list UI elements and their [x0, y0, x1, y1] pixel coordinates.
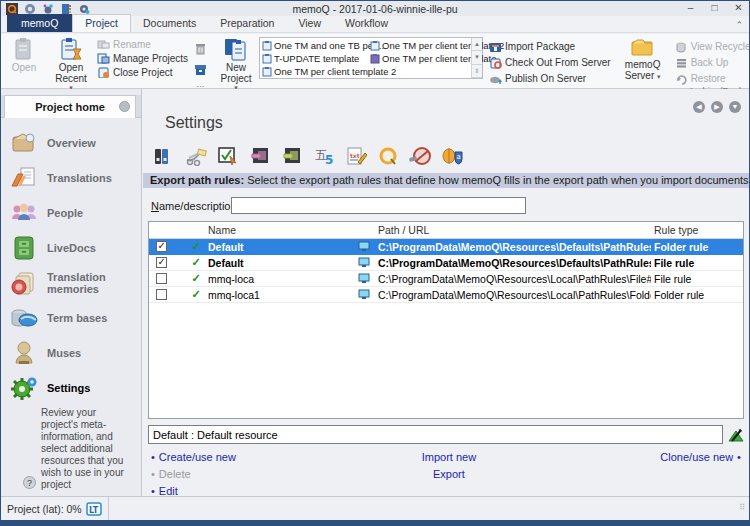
font-substitution-icon[interactable]: a: [439, 145, 464, 167]
memoq-window: memoQ - 2017-01-06-winnie-ille-pu – □ ✕ …: [0, 0, 750, 526]
svg-text:LT: LT: [89, 506, 99, 515]
close-project-button[interactable]: Close Project: [97, 66, 188, 79]
delete-link[interactable]: •Delete: [151, 468, 352, 480]
tab-project[interactable]: Project: [72, 14, 131, 32]
open-button[interactable]: Open: [3, 35, 45, 73]
check-out-from-server-button[interactable]: Check Out From Server: [489, 56, 611, 69]
general-settings-icon[interactable]: [151, 145, 176, 167]
column-header-name[interactable]: Name: [205, 222, 353, 238]
sidebar-item-translations[interactable]: Translations: [1, 160, 141, 195]
group-manage-project: Open Open Recent ▾ Rename Manage Project…: [1, 34, 190, 88]
memoq-server-button[interactable]: memoQServer ▾: [617, 35, 669, 82]
ignore-lists-icon[interactable]: [407, 145, 432, 167]
valid-check-icon: ✓: [187, 271, 205, 286]
column-header-path[interactable]: Path / URL: [375, 222, 651, 238]
template-item[interactable]: T-UPDATE template: [262, 52, 370, 65]
page-title: Settings: [165, 114, 223, 132]
template-item[interactable]: One TM per client template 2: [262, 65, 370, 78]
people-icon: [9, 199, 39, 227]
sidebar-item-overview[interactable]: Overview: [1, 125, 141, 160]
maximize-button[interactable]: □: [706, 2, 723, 14]
table-row[interactable]: ✓ mmq-loca1 C:\ProgramData\MemoQ\Resourc…: [149, 287, 743, 303]
clone-use-new-link[interactable]: Clone/use new•: [660, 451, 741, 463]
close-tab-icon[interactable]: [119, 101, 130, 112]
local-resource-icon: [353, 239, 375, 254]
template-item[interactable]: One TM and one TB per ...: [262, 39, 370, 52]
auto-translation-rules-icon[interactable]: 五5: [311, 145, 336, 167]
language-terminal-icon[interactable]: LT: [86, 500, 102, 518]
tab-view[interactable]: View: [286, 15, 333, 32]
import-new-link[interactable]: Import new: [422, 451, 476, 463]
options-gear-icon[interactable]: [41, 3, 54, 15]
tab-documents[interactable]: Documents: [131, 15, 208, 32]
group-memoq-server: memoQServer ▾: [615, 34, 671, 88]
restore-button[interactable]: Restore: [675, 72, 750, 85]
table-row[interactable]: ✓ Default C:\ProgramData\MemoQ\Resources…: [149, 255, 743, 271]
translations-folder-icon: [9, 164, 39, 192]
row-checkbox[interactable]: [156, 289, 167, 300]
table-row[interactable]: ✓ mmq-loca C:\ProgramData\MemoQ\Resource…: [149, 271, 743, 287]
row-checkbox[interactable]: [156, 273, 167, 284]
template-item[interactable]: One TM per client template: [370, 52, 478, 65]
template-item[interactable]: One TM per client template 2: [370, 39, 478, 52]
trash-icon[interactable]: [194, 39, 207, 57]
sidebar-item-settings[interactable]: Settings: [1, 370, 141, 405]
new-project-button[interactable]: New Project ▾: [213, 35, 259, 92]
lqa-models-icon[interactable]: [375, 145, 400, 167]
row-checkbox[interactable]: [156, 257, 167, 268]
import-package-button[interactable]: Import Package: [489, 40, 611, 53]
export-path-rules-icon[interactable]: txt: [343, 145, 368, 167]
resource-console-icon[interactable]: [59, 3, 72, 15]
sidebar-item-term-bases[interactable]: Term bases: [1, 300, 141, 335]
export-link[interactable]: Export: [433, 468, 465, 480]
edit-resource-icon[interactable]: [728, 426, 744, 444]
resize-grip[interactable]: ⠿: [739, 503, 746, 512]
sidebar-item-livedocs[interactable]: LiveDocs: [1, 230, 141, 265]
collapse-ribbon-icon[interactable]: ⌃: [735, 20, 743, 30]
nav-back-icon[interactable]: ◀: [693, 101, 705, 113]
table-row[interactable]: ✓ Default C:\ProgramData\MemoQ\Resources…: [149, 239, 743, 255]
gallery-more-icon[interactable]: ⇳: [472, 65, 482, 78]
close-button[interactable]: ✕: [730, 2, 747, 14]
create-use-new-link[interactable]: •Create/use new: [151, 451, 352, 463]
minimize-button[interactable]: –: [682, 2, 699, 14]
memoq-logo-icon[interactable]: [5, 3, 18, 15]
category-banner: Export path rules: Select the export pat…: [143, 173, 749, 188]
nav-forward-icon[interactable]: ▶: [711, 101, 723, 113]
sidebar-item-translation-memories[interactable]: Translation memories: [1, 265, 141, 300]
selected-resource-field[interactable]: [148, 425, 723, 444]
column-header-rule-type[interactable]: Rule type: [651, 222, 743, 238]
livedocs-settings-icon[interactable]: [279, 145, 304, 167]
sidebar-description: ? Review your project's meta-information…: [41, 407, 135, 491]
sidebar-item-muses[interactable]: Muses: [1, 335, 141, 370]
segmentation-rules-icon[interactable]: [183, 145, 208, 167]
back-up-button[interactable]: Back Up: [675, 56, 750, 69]
publish-on-server-button[interactable]: Publish On Server: [489, 72, 611, 85]
project-home-tab[interactable]: Project home: [4, 95, 136, 118]
svg-text:a: a: [456, 153, 460, 161]
gallery-scroll-down-icon[interactable]: ▼: [472, 51, 482, 64]
sidebar-item-people[interactable]: People: [1, 195, 141, 230]
qa-settings-icon[interactable]: [215, 145, 240, 167]
name-description-input[interactable]: [231, 197, 526, 214]
tab-memoq[interactable]: memoQ: [7, 14, 72, 32]
group-archive-backup: View Recycle Bin Back Up Restore Archive…: [673, 34, 750, 88]
settings-pane: ◀ ▶ ▼ Settings 五5 txt a Export path rule…: [143, 89, 749, 496]
open-recent-button[interactable]: Open Recent ▾: [45, 35, 97, 92]
valid-check-icon: ✓: [187, 287, 205, 302]
overview-box-icon: [9, 129, 39, 157]
tab-workflow[interactable]: Workflow: [333, 15, 400, 32]
svg-text:5: 5: [325, 153, 333, 166]
tab-preparation[interactable]: Preparation: [208, 15, 286, 32]
nav-dropdown-icon[interactable]: ▼: [729, 101, 741, 113]
view-recycle-bin-button[interactable]: View Recycle Bin: [675, 40, 750, 53]
gallery-scroll-up-icon[interactable]: ▲: [472, 38, 482, 51]
tm-settings-icon[interactable]: [247, 145, 272, 167]
local-resource-icon: [353, 271, 375, 286]
help-globe-icon[interactable]: [23, 3, 36, 15]
row-checkbox[interactable]: [156, 241, 167, 252]
archive-box-icon[interactable]: [194, 60, 207, 78]
server-admin-gear-icon[interactable]: [77, 3, 90, 15]
rename-button[interactable]: Rename: [97, 38, 188, 51]
manage-projects-button[interactable]: Manage Projects: [97, 52, 188, 65]
